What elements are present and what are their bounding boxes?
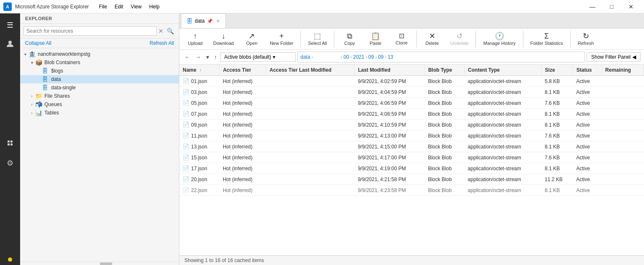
data-single-label: data-single xyxy=(51,85,76,91)
tree-queues[interactable]: › 📬 Queues xyxy=(20,100,179,109)
col-access-tier[interactable]: Access Tier xyxy=(220,65,266,76)
clone-button[interactable]: ⊡ Clone xyxy=(389,31,414,47)
breadcrumb-input[interactable] xyxy=(314,54,339,60)
tab-close-icon[interactable]: ✕ xyxy=(215,19,220,23)
menu-help[interactable]: Help xyxy=(146,3,163,10)
search-icon[interactable]: 🔍 xyxy=(165,27,176,35)
table-row[interactable]: 📄01.json Hot (inferred) 9/9/2021, 4:02:5… xyxy=(179,76,644,87)
tree-logs[interactable]: 🗄 $logs xyxy=(20,67,179,75)
search-clear-icon[interactable]: ✕ xyxy=(158,28,163,34)
scrollbar-thumb[interactable] xyxy=(100,262,112,265)
breadcrumb-sep-2: › xyxy=(350,55,352,60)
col-access-tier-modified[interactable]: Access Tier Last Modified xyxy=(266,65,354,76)
breadcrumb-seg-13[interactable]: 13 xyxy=(388,54,393,60)
table-row[interactable]: 📄20.json Hot (inferred) 9/9/2021, 4:21:5… xyxy=(179,174,644,185)
cell-blob-type: Block Blob xyxy=(424,130,464,141)
breadcrumb-seg-2021[interactable]: 2021 xyxy=(353,54,365,60)
select-all-button[interactable]: ⬚ Select All xyxy=(303,30,331,48)
cell-remaining xyxy=(602,163,644,174)
table-row[interactable]: 📄07.json Hot (inferred) 9/9/2021, 4:08:5… xyxy=(179,109,644,120)
search-input[interactable] xyxy=(23,26,157,36)
upload-button[interactable]: ↑ Upload xyxy=(183,30,208,48)
sidebar-hamburger-btn[interactable]: ☰ xyxy=(2,17,18,34)
collapse-all-link[interactable]: Collapse All xyxy=(25,40,52,46)
close-button[interactable]: ✕ xyxy=(621,0,641,13)
cell-content-type: application/octet-stream xyxy=(464,98,541,109)
history-dropdown-button[interactable]: ▾ xyxy=(204,53,211,61)
storage-account-icon: 🏦 xyxy=(28,51,36,57)
logs-label: $logs xyxy=(51,68,63,74)
col-size[interactable]: Size xyxy=(541,65,573,76)
cell-last-modified: 9/9/2021, 4:02:59 PM xyxy=(354,76,425,87)
tree-data[interactable]: 🗄 data xyxy=(20,75,179,83)
undelete-label: Undelete xyxy=(450,41,468,46)
cell-name: 📄09.json xyxy=(179,120,220,130)
tree-blob-containers[interactable]: ▾ 📦 Blob Containers xyxy=(20,58,179,67)
cell-last-modified: 9/9/2021, 4:17:00 PM xyxy=(354,152,425,163)
copy-button[interactable]: ⧉ Copy xyxy=(337,30,362,48)
table-row[interactable]: 📄09.json Hot (inferred) 9/9/2021, 4:10:5… xyxy=(179,120,644,130)
new-folder-button[interactable]: + New Folder xyxy=(265,30,298,48)
download-button[interactable]: ↓ Download xyxy=(209,30,238,48)
explorer-actions: Collapse All Refresh All xyxy=(20,39,179,48)
status-bar: Showing 1 to 16 of 16 cached items xyxy=(179,255,644,265)
col-content-type[interactable]: Content Type xyxy=(464,65,541,76)
tree-account[interactable]: ▾ 🏦 nanoframeworktempstg xyxy=(20,50,179,58)
table-row[interactable]: 📄05.json Hot (inferred) 9/9/2021, 4:06:5… xyxy=(179,98,644,109)
col-last-modified[interactable]: Last Modified xyxy=(354,65,425,76)
breadcrumb-seg-09a[interactable]: 09 xyxy=(368,54,374,60)
minimize-button[interactable]: — xyxy=(583,0,602,13)
breadcrumb-seg-09b[interactable]: 09 xyxy=(378,54,383,60)
maximize-button[interactable]: □ xyxy=(602,0,621,13)
cell-access-tier-modified xyxy=(266,141,354,152)
tree-tables[interactable]: › 📊 Tables xyxy=(20,109,179,117)
col-blob-type[interactable]: Blob Type xyxy=(424,65,464,76)
cell-size: 8.1 KB xyxy=(541,141,573,152)
sidebar-plugin-btn[interactable] xyxy=(2,135,18,151)
menu-file[interactable]: File xyxy=(96,3,110,10)
table-row[interactable]: 📄15.json Hot (inferred) 9/9/2021, 4:17:0… xyxy=(179,152,644,163)
cell-name: 📄11.json xyxy=(179,130,220,141)
folder-statistics-label: Folder Statistics xyxy=(530,41,563,46)
forward-button[interactable]: → xyxy=(194,53,203,61)
cell-blob-type: Block Blob xyxy=(424,174,464,185)
menu-view[interactable]: View xyxy=(127,3,145,10)
sidebar-account-btn[interactable] xyxy=(2,35,18,52)
col-status[interactable]: Status xyxy=(573,65,602,76)
open-button[interactable]: ↗ Open xyxy=(239,30,264,48)
folder-statistics-button[interactable]: Σ Folder Statistics xyxy=(526,30,568,48)
cell-access-tier-modified xyxy=(266,185,354,196)
manage-history-label: Manage History xyxy=(483,41,515,46)
breadcrumb-root[interactable]: data xyxy=(300,54,310,60)
sidebar-settings-btn[interactable]: ⚙ xyxy=(2,155,18,171)
table-row[interactable]: 📄11.json Hot (inferred) 9/9/2021, 4:13:0… xyxy=(179,130,644,141)
table-row[interactable]: 📄13.json Hot (inferred) 9/9/2021, 4:15:0… xyxy=(179,141,644,152)
delete-button[interactable]: ✕ Delete xyxy=(419,30,445,48)
refresh-all-link[interactable]: Refresh All xyxy=(150,40,174,46)
tree-file-shares[interactable]: › 📁 File Shares xyxy=(20,92,179,100)
col-name[interactable]: Name ↑ xyxy=(179,65,220,76)
table-row[interactable]: 📄17.json Hot (inferred) 9/9/2021, 4:19:0… xyxy=(179,163,644,174)
tab-data[interactable]: 🗄 data 📌 ✕ xyxy=(181,13,226,28)
back-button[interactable]: ← xyxy=(183,53,192,61)
chevron-right-icon: › xyxy=(28,94,35,99)
manage-history-button[interactable]: 🕐 Manage History xyxy=(478,30,520,48)
table-row[interactable]: 📄03.json Hot (inferred) 9/9/2021, 4:04:5… xyxy=(179,87,644,98)
horizontal-scrollbar[interactable] xyxy=(20,262,179,265)
toolbar-sep-6 xyxy=(570,31,571,47)
menu-edit[interactable]: Edit xyxy=(111,3,127,10)
up-button[interactable]: ↑ xyxy=(212,53,219,61)
table-body: 📄01.json Hot (inferred) 9/9/2021, 4:02:5… xyxy=(179,76,644,196)
show-filter-panel-button[interactable]: Show Filter Panel ◀ xyxy=(587,52,641,62)
table-row[interactable]: 📄22.json Hot (inferred) 9/9/2021, 4:23:5… xyxy=(179,185,644,196)
cell-access-tier: Hot (inferred) xyxy=(220,174,266,185)
paste-button[interactable]: 📋 Paste xyxy=(363,30,388,48)
refresh-button[interactable]: ↻ Refresh xyxy=(573,30,599,48)
blob-filter-dropdown[interactable]: Active blobs (default) ▾ xyxy=(220,52,296,62)
tab-pin-icon[interactable]: 📌 xyxy=(207,18,213,24)
tree-data-single[interactable]: 🗄 data-single xyxy=(20,83,179,92)
cell-access-tier-modified xyxy=(266,120,354,130)
breadcrumb-seg-00[interactable]: 00 xyxy=(344,54,349,60)
cell-remaining xyxy=(602,109,644,120)
col-remaining[interactable]: Remaining xyxy=(602,65,644,76)
